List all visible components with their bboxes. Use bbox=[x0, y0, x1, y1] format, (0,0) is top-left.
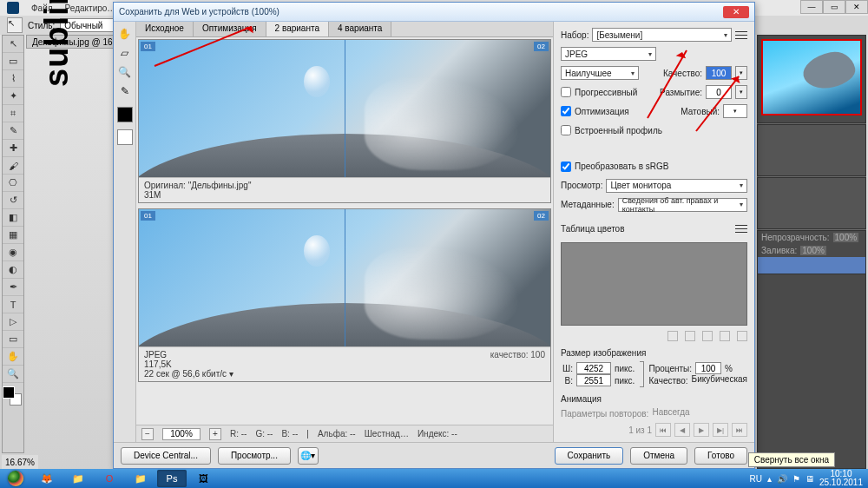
crop-tool-icon[interactable]: ⌗ bbox=[3, 105, 23, 122]
hand-tool-icon[interactable]: ✋ bbox=[116, 25, 134, 43]
task-firefox[interactable]: 🦊 bbox=[32, 470, 62, 487]
blur-spinner[interactable]: ▾ bbox=[735, 85, 747, 99]
healing-tool-icon[interactable]: ✚ bbox=[3, 140, 23, 157]
task-app[interactable]: 🖼 bbox=[188, 470, 218, 487]
dialog-close-button[interactable]: ✕ bbox=[723, 6, 749, 18]
blur-tool-icon[interactable]: ◉ bbox=[3, 244, 23, 261]
ct-btn[interactable] bbox=[685, 331, 695, 341]
tab-original[interactable]: Исходное bbox=[136, 22, 194, 36]
zoom-input[interactable] bbox=[162, 428, 201, 440]
save-button[interactable]: Сохранить bbox=[555, 447, 624, 465]
task-opera[interactable]: O bbox=[95, 470, 124, 487]
quality-preset-select[interactable]: Наилучшее bbox=[561, 66, 639, 80]
tooltip: Свернуть все окна bbox=[748, 452, 835, 467]
preset-label: Набор: bbox=[561, 30, 589, 40]
close-button[interactable]: ✕ bbox=[845, 0, 868, 14]
color-swatches[interactable] bbox=[3, 386, 22, 406]
min-button[interactable]: — bbox=[800, 0, 823, 14]
color-panel[interactable] bbox=[757, 124, 866, 176]
navigator-thumb[interactable] bbox=[758, 36, 865, 122]
tab-4up[interactable]: 4 варианта bbox=[329, 22, 391, 36]
hand-tool-icon[interactable]: ✋ bbox=[3, 348, 23, 366]
volume-icon[interactable]: 🔊 bbox=[777, 474, 787, 484]
fill-value[interactable]: 100% bbox=[800, 246, 826, 255]
preview-pane-optimized[interactable]: 01 02 JPEG 117,5K 22 сек @ 56,6 кбит/с ▾… bbox=[138, 208, 551, 382]
hex-readout: Шестнад… bbox=[365, 429, 409, 439]
watermark: sublimaster.ru bbox=[38, 0, 76, 87]
fg-swatch[interactable] bbox=[117, 107, 133, 122]
task-folder[interactable]: 📁 bbox=[126, 470, 155, 487]
flyout-menu-icon[interactable] bbox=[735, 30, 747, 40]
move-tool-icon[interactable]: ↖ bbox=[7, 17, 23, 33]
path-tool-icon[interactable]: ▷ bbox=[3, 313, 23, 331]
percent-input[interactable] bbox=[695, 362, 721, 374]
wand-tool-icon[interactable]: ✦ bbox=[3, 88, 23, 105]
zoom-in-button[interactable]: + bbox=[209, 428, 221, 440]
eyedropper-tool-icon[interactable]: ✎ bbox=[116, 82, 134, 100]
ct-btn[interactable] bbox=[702, 331, 713, 341]
shape-tool-icon[interactable]: ▭ bbox=[3, 331, 23, 348]
slice-tool-icon[interactable]: ▱ bbox=[116, 44, 134, 62]
preset-select[interactable]: [Безымени] bbox=[592, 28, 732, 42]
move-tool-icon[interactable]: ↖ bbox=[3, 36, 23, 53]
color-table-menu-icon[interactable] bbox=[735, 224, 747, 234]
tray-icon[interactable]: ⚑ bbox=[792, 474, 800, 484]
height-input[interactable] bbox=[576, 374, 611, 386]
lang-indicator[interactable]: RU bbox=[749, 474, 761, 484]
task-explorer[interactable]: 📁 bbox=[63, 470, 93, 487]
task-photoshop[interactable]: Ps bbox=[157, 470, 187, 487]
optimized-checkbox[interactable] bbox=[561, 106, 571, 116]
matte-select[interactable]: ▾ bbox=[723, 104, 747, 118]
width-input[interactable] bbox=[576, 362, 611, 374]
layer-row[interactable] bbox=[758, 257, 865, 274]
anim-label: Анимация bbox=[561, 394, 747, 404]
resample-select[interactable]: Бикубическая bbox=[692, 374, 747, 386]
tray-icon[interactable]: 🖥 bbox=[806, 474, 814, 484]
eraser-tool-icon[interactable]: ◧ bbox=[3, 209, 23, 227]
zoom-tool-icon[interactable]: 🔍 bbox=[116, 63, 134, 81]
dialog-titlebar[interactable]: Сохранить для Web и устройств (100%) ✕ bbox=[114, 3, 754, 22]
type-tool-icon[interactable]: T bbox=[3, 296, 23, 313]
tab-2up[interactable]: 2 варианта bbox=[266, 22, 329, 36]
opacity-value[interactable]: 100% bbox=[833, 233, 859, 242]
start-button[interactable] bbox=[0, 469, 31, 488]
format-select[interactable]: JPEG bbox=[561, 47, 656, 61]
slice-vis-icon[interactable] bbox=[117, 129, 133, 145]
preview-pane-original[interactable]: 01 02 Оригинал: "Дельфины.jpg" 31M bbox=[138, 39, 551, 203]
marquee-tool-icon[interactable]: ▭ bbox=[3, 53, 23, 70]
done-button[interactable]: Готово bbox=[694, 447, 747, 465]
percent-unit: % bbox=[725, 364, 733, 373]
preview-select[interactable]: Цвет монитора bbox=[606, 179, 747, 193]
eyedropper-tool-icon[interactable]: ✎ bbox=[3, 122, 23, 140]
adjustments-panel[interactable] bbox=[757, 177, 866, 229]
srgb-checkbox[interactable] bbox=[561, 162, 571, 172]
opt-time[interactable]: 22 сек @ 56,6 кбит/с ▾ bbox=[144, 369, 490, 379]
dodge-tool-icon[interactable]: ◐ bbox=[3, 261, 23, 279]
tray-chevron-icon[interactable]: ▴ bbox=[767, 474, 772, 484]
zoom-status[interactable]: 16.67% bbox=[2, 455, 38, 469]
progressive-checkbox[interactable] bbox=[561, 87, 571, 97]
brush-tool-icon[interactable]: 🖌 bbox=[3, 157, 23, 175]
stamp-tool-icon[interactable]: ⎔ bbox=[3, 175, 23, 192]
cancel-button[interactable]: Отмена bbox=[630, 447, 687, 465]
ct-btn[interactable] bbox=[720, 331, 730, 341]
meta-select[interactable]: Сведения об авт. правах и контакты bbox=[618, 198, 747, 212]
ct-btn[interactable] bbox=[737, 331, 747, 341]
device-central-button[interactable]: Device Central... bbox=[121, 447, 211, 465]
preview-button[interactable]: Просмотр... bbox=[218, 447, 291, 465]
history-brush-icon[interactable]: ↺ bbox=[3, 192, 23, 209]
icc-checkbox[interactable] bbox=[561, 125, 571, 135]
preview-area: Исходное Оптимизация 2 варианта 4 вариан… bbox=[136, 22, 553, 442]
max-button[interactable]: ▭ bbox=[823, 0, 845, 14]
zoom-out-button[interactable]: − bbox=[141, 428, 154, 440]
dialog-footer: Device Central... Просмотр... 🌐▾ Сохрани… bbox=[114, 442, 754, 468]
zoom-tool-icon[interactable]: 🔍 bbox=[3, 366, 23, 383]
lasso-tool-icon[interactable]: ⌇ bbox=[3, 70, 23, 88]
ct-btn[interactable] bbox=[667, 331, 678, 341]
pen-tool-icon[interactable]: ✒ bbox=[3, 279, 23, 296]
gradient-tool-icon[interactable]: ▦ bbox=[3, 227, 23, 244]
browser-preview-button[interactable]: 🌐▾ bbox=[298, 447, 319, 465]
clock[interactable]: 10:10 25.10.2011 bbox=[819, 470, 863, 487]
quality-input[interactable] bbox=[706, 66, 732, 80]
link-icon[interactable] bbox=[640, 361, 643, 387]
